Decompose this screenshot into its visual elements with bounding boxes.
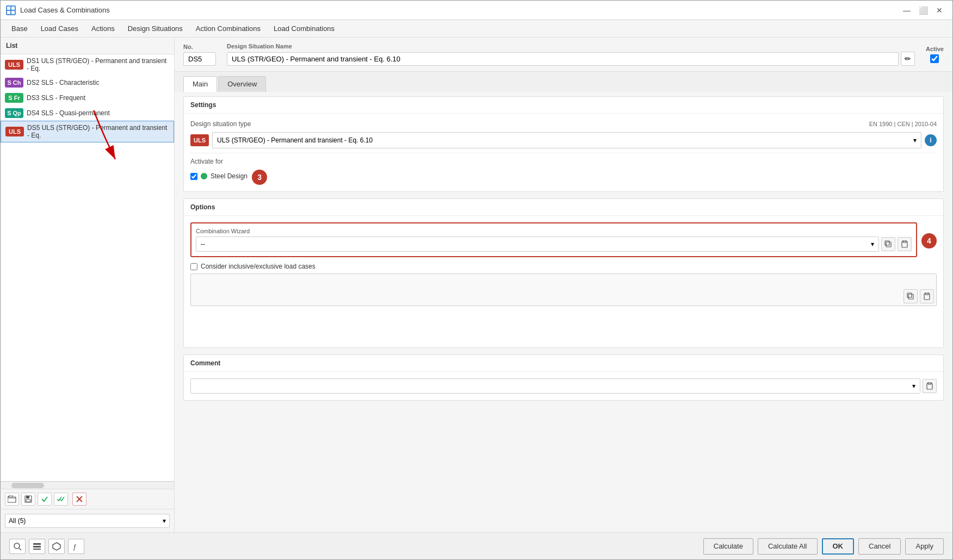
ds-type-label: Design situation type (190, 120, 251, 128)
list-item[interactable]: S Ch DS2 SLS - Characteristic (1, 75, 174, 90)
comment-copy-button[interactable] (923, 379, 937, 393)
formula-button[interactable]: ƒ (68, 539, 84, 554)
name-input[interactable] (227, 52, 899, 66)
filter-value: All (5) (9, 517, 26, 525)
active-label: Active (926, 46, 944, 52)
svg-rect-25 (33, 549, 41, 550)
search-button[interactable] (9, 539, 26, 554)
combo-wizard-paste-button[interactable] (898, 237, 912, 251)
minimize-button[interactable]: — (899, 3, 914, 18)
badge-scp: S Qp (5, 108, 23, 118)
menu-base[interactable]: Base (5, 21, 34, 36)
svg-rect-16 (907, 293, 912, 297)
active-checkbox[interactable] (930, 54, 939, 63)
list-item[interactable]: S Qp DS4 SLS - Quasi-permanent (1, 105, 174, 121)
save-button[interactable] (21, 493, 35, 506)
add-folder-button[interactable] (5, 493, 19, 506)
sidebar: List ULS DS1 ULS (STR/GEO) - Permanent a… (1, 38, 175, 532)
inclusive-list (190, 273, 937, 306)
svg-rect-15 (908, 294, 913, 299)
ds-header: No. Design Situation Name ✏ Active (175, 38, 952, 72)
scroll-thumb (11, 483, 44, 488)
combo-wizard-copy-button[interactable] (881, 237, 895, 251)
tab-overview[interactable]: Overview (218, 76, 266, 92)
svg-marker-26 (53, 543, 60, 550)
list-item-selected[interactable]: ULS DS5 ULS (STR/GEO) - Permanent and tr… (1, 121, 174, 142)
combo-wizard-select[interactable]: -- ▾ (196, 237, 879, 252)
tab-main[interactable]: Main (183, 76, 217, 92)
cancel-button[interactable]: Cancel (858, 538, 901, 555)
badge-sfr: S Fr (5, 93, 23, 103)
filter-dropdown[interactable]: All (5) ▾ (5, 514, 170, 528)
chevron-down-icon: ▾ (912, 382, 915, 390)
bottom-bar: ƒ Calculate Calculate All OK Cancel Appl… (1, 532, 952, 559)
svg-rect-24 (33, 546, 41, 547)
menu-bar: Base Load Cases Actions Design Situation… (1, 20, 952, 38)
list-item[interactable]: ULS DS1 ULS (STR/GEO) - Permanent and tr… (1, 54, 174, 75)
menu-actions[interactable]: Actions (85, 21, 121, 36)
sidebar-header: List (1, 38, 174, 54)
svg-rect-23 (33, 543, 41, 545)
settings-section: Settings Design situation type EN 1990 |… (183, 96, 944, 192)
inclusive-label: Consider inclusive/exclusive load cases (201, 263, 315, 270)
ds-type-select[interactable]: ULS (STR/GEO) - Permanent and transient … (212, 132, 921, 148)
options-section: Options Combination Wizard -- ▾ (183, 198, 944, 348)
menu-load-cases[interactable]: Load Cases (34, 21, 85, 36)
green-dot-icon (201, 173, 207, 179)
data-button[interactable] (29, 539, 45, 554)
menu-design-situations[interactable]: Design Situations (121, 21, 189, 36)
badge-uls-1: ULS (5, 60, 23, 70)
check-all-button[interactable] (54, 493, 68, 506)
list-item-text: DS2 SLS - Characteristic (27, 79, 99, 86)
svg-line-22 (19, 548, 21, 550)
edit-name-button[interactable]: ✏ (901, 52, 915, 66)
no-label: No. (183, 43, 216, 50)
steel-design-label: Steel Design (211, 172, 247, 180)
combination-wizard-box: Combination Wizard -- ▾ (190, 222, 917, 257)
info-button[interactable]: i (925, 134, 937, 146)
svg-rect-12 (885, 241, 889, 245)
inclusive-copy-button[interactable] (904, 289, 918, 303)
options-title: Options (184, 199, 943, 216)
delete-button[interactable] (72, 493, 86, 506)
badge-sch: S Ch (5, 78, 23, 88)
svg-rect-2 (7, 11, 10, 14)
ds-type-standard: EN 1990 | CEN | 2010-04 (869, 121, 937, 127)
comment-section: Comment ▾ (183, 354, 944, 401)
content-area: Settings Design situation type EN 1990 |… (175, 92, 952, 532)
svg-rect-8 (26, 500, 30, 502)
menu-load-combinations[interactable]: Load Combinations (267, 21, 341, 36)
chevron-down-icon: ▾ (163, 517, 166, 525)
svg-rect-0 (7, 7, 10, 10)
list-item-text: DS3 SLS - Frequent (27, 94, 85, 102)
maximize-button[interactable]: ⬜ (915, 3, 931, 18)
main-window: Load Cases & Combinations — ⬜ ✕ Base Loa… (0, 0, 953, 560)
inclusive-checkbox[interactable] (190, 263, 197, 270)
check-button[interactable] (38, 493, 52, 506)
inclusive-paste-button[interactable] (920, 289, 934, 303)
comment-select[interactable]: ▾ (190, 378, 920, 394)
name-label: Design Situation Name (227, 43, 915, 49)
menu-action-combinations[interactable]: Action Combinations (189, 21, 267, 36)
combo-wizard-label: Combination Wizard (196, 228, 912, 234)
activate-for-label: Activate for (190, 158, 937, 165)
right-panel: No. Design Situation Name ✏ Active M (175, 38, 952, 532)
calculate-button[interactable]: Calculate (703, 538, 753, 555)
tabs: Main Overview (175, 72, 952, 92)
ok-button[interactable]: OK (822, 538, 855, 555)
app-icon (6, 5, 16, 15)
apply-button[interactable]: Apply (905, 538, 944, 555)
close-button[interactable]: ✕ (932, 3, 947, 18)
steel-design-checkbox[interactable] (190, 173, 197, 180)
model-button[interactable] (48, 539, 65, 554)
no-field[interactable] (183, 52, 216, 66)
annotation-4: 4 (921, 233, 937, 248)
badge-uls-5: ULS (5, 127, 24, 136)
svg-text:ƒ: ƒ (73, 543, 77, 551)
uls-badge-inline: ULS (190, 134, 209, 146)
list-item[interactable]: S Fr DS3 SLS - Frequent (1, 90, 174, 105)
calculate-all-button[interactable]: Calculate All (758, 538, 818, 555)
ds-type-value: ULS (STR/GEO) - Permanent and transient … (217, 136, 373, 144)
sidebar-scrollbar[interactable] (1, 481, 174, 489)
list-item-text-selected: DS5 ULS (STR/GEO) - Permanent and transi… (27, 124, 169, 139)
